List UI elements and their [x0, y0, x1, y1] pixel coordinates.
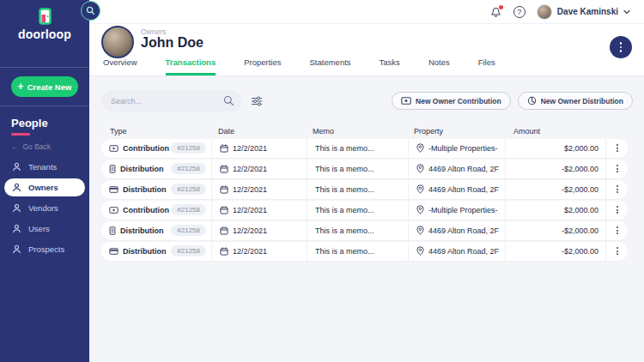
- search-icon: [86, 6, 95, 15]
- reference-badge: #21258: [171, 184, 206, 195]
- pie-chart-icon: [527, 96, 537, 106]
- tab-overview[interactable]: Overview: [103, 57, 137, 75]
- notification-dot: [499, 5, 503, 9]
- transaction-amount: -$2,000.00: [562, 185, 598, 194]
- calendar-icon: [220, 247, 228, 256]
- notifications-button[interactable]: [490, 6, 502, 18]
- user-menu[interactable]: Dave Kaminski: [537, 4, 630, 20]
- table-row[interactable]: Distribution #21258 12/2/2021 This is a …: [101, 221, 628, 240]
- table-row[interactable]: Contribution #21258 12/2/2021 This is a …: [101, 201, 628, 220]
- transaction-amount: $2,000.00: [564, 144, 598, 153]
- row-actions-button[interactable]: [613, 202, 622, 217]
- receipt-icon: [109, 165, 116, 173]
- transaction-memo: This is a memo...: [315, 226, 374, 235]
- sidebar-item-label: Owners: [28, 183, 58, 192]
- search-input[interactable]: [111, 97, 223, 106]
- transaction-amount: -$2,000.00: [562, 247, 598, 256]
- map-pin-icon: [416, 205, 424, 214]
- owner-actions-button[interactable]: [610, 36, 632, 58]
- transaction-property: -Multiple Properties-: [428, 206, 498, 214]
- help-button[interactable]: ?: [513, 6, 526, 18]
- transaction-date: 12/2/2021: [233, 226, 267, 235]
- new-owner-contribution-button[interactable]: New Owner Contribution: [392, 92, 511, 110]
- transaction-amount: -$2,000.00: [562, 165, 598, 173]
- reference-badge: #21258: [171, 245, 206, 256]
- reference-badge: #21258: [171, 204, 206, 215]
- row-actions-button[interactable]: [613, 141, 622, 155]
- new-owner-distribution-button[interactable]: New Owner Distribution: [518, 92, 633, 110]
- plus-icon: +: [18, 81, 24, 92]
- calendar-icon: [220, 206, 228, 214]
- card-icon: [109, 186, 118, 193]
- transaction-type: Contribution: [123, 206, 169, 214]
- global-search-button[interactable]: [81, 1, 100, 21]
- transaction-memo: This is a memo...: [315, 206, 374, 214]
- sidebar-nav: Tenants Owners Vendors Users Prospects: [0, 156, 89, 258]
- create-new-label: Create New: [27, 82, 72, 92]
- divider: [0, 67, 89, 68]
- profile-header: Owners John Doe Overview Transactions Pr…: [89, 24, 644, 76]
- sidebar-item-users[interactable]: Users: [4, 220, 85, 238]
- tab-files[interactable]: Files: [478, 57, 495, 75]
- sidebar: doorloop + Create New People ← Go Back T…: [0, 0, 89, 362]
- row-actions-button[interactable]: [613, 244, 622, 258]
- map-pin-icon: [416, 226, 424, 235]
- transaction-date: 12/2/2021: [233, 165, 267, 173]
- sidebar-item-tenants[interactable]: Tenants: [4, 158, 85, 176]
- person-tools-icon: [12, 203, 21, 213]
- column-header-memo: Memo: [307, 127, 408, 136]
- transaction-amount: $2,000.00: [564, 206, 598, 214]
- person-search-icon: [12, 244, 21, 254]
- person-icon: [12, 162, 21, 172]
- topbar: ? Dave Kaminski: [89, 0, 644, 24]
- owner-avatar: [101, 26, 134, 58]
- row-actions-button[interactable]: [613, 182, 622, 196]
- table-header: Type Date Memo Property Amount: [101, 127, 628, 136]
- map-pin-icon: [416, 164, 424, 173]
- transaction-memo: This is a memo...: [315, 165, 374, 173]
- table-row[interactable]: Distribution #21258 12/2/2021 This is a …: [101, 242, 628, 261]
- calendar-icon: [220, 165, 228, 173]
- sidebar-item-label: Tenants: [28, 162, 57, 172]
- tab-statements[interactable]: Statements: [310, 57, 351, 75]
- table-row[interactable]: Distribution #21258 12/2/2021 This is a …: [101, 180, 628, 199]
- calendar-icon: [220, 144, 228, 153]
- tab-properties[interactable]: Properties: [244, 57, 281, 75]
- sidebar-item-label: Users: [28, 224, 50, 233]
- transactions-table: Contribution #21258 12/2/2021 This is a …: [101, 139, 628, 262]
- filter-button[interactable]: [251, 96, 263, 106]
- receipt-icon: [109, 226, 116, 235]
- transaction-date: 12/2/2021: [233, 144, 267, 153]
- person-key-icon: [12, 183, 21, 192]
- tab-tasks[interactable]: Tasks: [380, 57, 400, 75]
- search-field[interactable]: [101, 90, 242, 112]
- sidebar-item-vendors[interactable]: Vendors: [4, 199, 85, 217]
- table-row[interactable]: Distribution #21258 12/2/2021 This is a …: [101, 160, 628, 178]
- transaction-date: 12/2/2021: [233, 206, 267, 214]
- transaction-property: 4469 Alton Road, 2F: [428, 185, 499, 194]
- map-pin-icon: [416, 143, 424, 153]
- sidebar-item-prospects[interactable]: Prospects: [4, 240, 85, 258]
- door-icon: [39, 8, 52, 25]
- column-header-date: Date: [211, 127, 307, 136]
- transaction-date: 12/2/2021: [233, 247, 267, 256]
- tab-notes[interactable]: Notes: [428, 57, 450, 75]
- button-label: New Owner Contribution: [416, 97, 501, 106]
- create-new-button[interactable]: + Create New: [11, 76, 78, 97]
- tab-transactions[interactable]: Transactions: [166, 57, 216, 75]
- sidebar-item-owners[interactable]: Owners: [4, 178, 85, 196]
- transaction-date: 12/2/2021: [233, 185, 267, 194]
- avatar: [537, 4, 552, 20]
- row-actions-button[interactable]: [613, 223, 622, 238]
- table-row[interactable]: Contribution #21258 12/2/2021 This is a …: [101, 139, 628, 158]
- filter-sliders-icon: [251, 96, 263, 106]
- transaction-memo: This is a memo...: [315, 144, 374, 153]
- sidebar-item-label: Prospects: [28, 244, 64, 254]
- search-icon: [223, 95, 234, 106]
- transaction-memo: This is a memo...: [315, 247, 374, 256]
- row-actions-button[interactable]: [613, 161, 622, 176]
- go-back-link[interactable]: ← Go Back: [11, 142, 89, 151]
- transaction-property: -Multiple Properties-: [428, 144, 498, 153]
- chevron-down-icon: [623, 9, 630, 15]
- transaction-property: 4469 Alton Road, 2F: [428, 247, 499, 256]
